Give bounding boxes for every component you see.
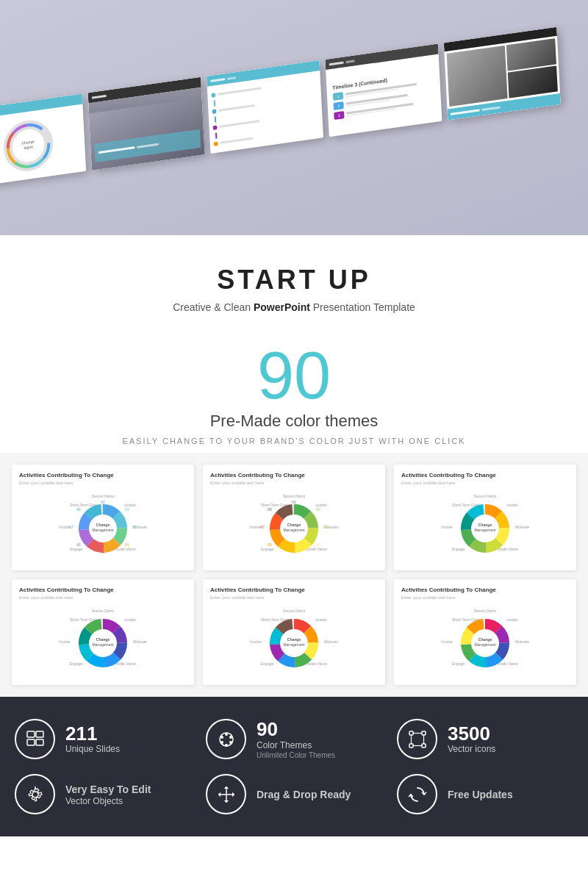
refresh-icon xyxy=(407,784,428,805)
card-2-title: Activities Contributing To Change xyxy=(210,472,378,478)
svg-text:Motivate: Motivate xyxy=(324,639,338,644)
svg-text:06: 06 xyxy=(76,542,81,547)
card-1-svg: Secure Demo sustain Motivate Provide Vis… xyxy=(55,492,151,562)
svg-rect-141 xyxy=(27,739,35,745)
svg-point-150 xyxy=(220,736,223,739)
svg-text:Engage: Engage xyxy=(70,547,82,551)
svg-text:Management: Management xyxy=(474,642,496,647)
tl-row-3 xyxy=(212,110,318,129)
svg-text:Involve: Involve xyxy=(441,525,453,529)
tl-connector-1 xyxy=(213,99,215,105)
number-section: 90 Pre-Made color themes EASILY CHANGE T… xyxy=(0,328,588,453)
template-card-4[interactable]: Activities Contributing To Change Enter … xyxy=(12,579,194,685)
svg-text:01: 01 xyxy=(292,500,296,504)
stat-item-edit: Very Easy To Edit Vector Objects xyxy=(15,774,191,814)
svg-text:Management: Management xyxy=(92,528,114,532)
svg-text:02: 02 xyxy=(125,507,129,512)
template-card-6[interactable]: Activities Contributing To Change Enter … xyxy=(394,579,576,685)
svg-text:Motivate: Motivate xyxy=(515,525,529,529)
tl-dot-2 xyxy=(212,108,216,113)
stat-item-slides: 211 Unique Slides xyxy=(15,719,191,759)
card-1-diagram: Secure Demo sustain Motivate Provide Vis… xyxy=(19,490,187,563)
card-2-svg: Secure Demo sustain Motivate Provide Vis… xyxy=(246,492,342,562)
slide-subtitle-bar-4 xyxy=(345,59,354,62)
card-4-svg: Secure Demo sustain Motivate Provide Vis… xyxy=(55,606,151,676)
svg-text:Secure Demo: Secure Demo xyxy=(92,609,115,613)
svg-text:03: 03 xyxy=(323,525,328,529)
svg-rect-142 xyxy=(36,731,43,737)
stats-section: 211 Unique Slides 90 Color Themes Unlimi… xyxy=(0,697,588,836)
svg-text:Change: Change xyxy=(287,637,301,642)
card-5-diagram: Secure Demo sustain Motivate Provide Vis… xyxy=(210,604,378,678)
stat-number-slides: 211 xyxy=(65,723,120,745)
tl-text-1 xyxy=(218,87,262,95)
template-card-2[interactable]: Activities Contributing To Change Enter … xyxy=(203,465,385,570)
svg-text:02: 02 xyxy=(316,507,320,512)
hero-slide-5 xyxy=(443,26,560,120)
svg-text:Change: Change xyxy=(478,637,492,642)
stat-item-drag: Drag & Drop Ready xyxy=(206,774,382,814)
svg-point-146 xyxy=(229,736,232,739)
svg-text:Change: Change xyxy=(96,637,110,642)
slides-grid: Activities Contributing To Change Enter … xyxy=(0,453,588,697)
hero-slide-2 xyxy=(87,76,204,170)
tl-connector-2 xyxy=(214,115,215,121)
tl-text-3 xyxy=(219,120,259,128)
template-card-1[interactable]: Activities Contributing To Change Enter … xyxy=(12,465,194,570)
slide-title-bar-4 xyxy=(329,61,343,65)
svg-text:sustain: sustain xyxy=(124,617,136,622)
card-3-diagram: Secure Demo sustain Motivate Provide Vis… xyxy=(401,490,569,563)
stat-item-colors: 90 Color Themes Unlimited Color Themes xyxy=(206,719,382,759)
svg-text:Management: Management xyxy=(92,642,114,647)
stat-label-icons: Vector icons xyxy=(448,744,495,756)
card-1-title: Activities Contributing To Change xyxy=(19,472,187,478)
svg-text:08: 08 xyxy=(268,507,272,512)
svg-text:Engage: Engage xyxy=(452,662,465,666)
svg-text:08: 08 xyxy=(76,507,81,512)
hero-slide-1: Change Mgmt xyxy=(0,93,86,187)
stat-item-updates: Free Updates xyxy=(397,774,573,814)
card-3-svg: Secure Demo sustain Motivate Provide Vis… xyxy=(437,492,533,562)
move-icon xyxy=(216,784,237,805)
card-6-diagram: Secure Demo sustain Motivate Provide Vis… xyxy=(401,604,569,678)
card-5-subtitle: Enter your subtitle text here xyxy=(210,595,378,600)
promises-img2 xyxy=(506,38,556,71)
vector-icon-circle xyxy=(397,719,437,759)
refresh-icon-circle xyxy=(397,774,437,814)
card-4-diagram: Secure Demo sustain Motivate Provide Vis… xyxy=(19,604,187,678)
svg-text:Engage: Engage xyxy=(261,547,273,551)
svg-text:Involve: Involve xyxy=(59,639,71,644)
move-icon-circle xyxy=(206,774,246,814)
svg-rect-140 xyxy=(27,731,35,737)
card-4-title: Activities Contributing To Change xyxy=(19,587,187,593)
svg-text:Management: Management xyxy=(283,642,305,647)
svg-text:Management: Management xyxy=(474,528,496,532)
stat-text-icons: 3500 Vector icons xyxy=(448,723,495,756)
promises-img3 xyxy=(507,65,557,98)
svg-text:Change: Change xyxy=(96,523,110,527)
subtitle-end: Presentation Template xyxy=(310,301,415,313)
stat-label-colors: Color Themes xyxy=(257,740,335,752)
promises-img-col xyxy=(506,38,557,98)
svg-text:04: 04 xyxy=(316,542,320,547)
stat-item-icons: 3500 Vector icons xyxy=(397,719,573,759)
svg-text:Involve: Involve xyxy=(250,639,262,644)
palette-icon xyxy=(216,729,237,750)
hero-slides-group: Change Mgmt xyxy=(0,0,588,235)
svg-text:Engage: Engage xyxy=(452,547,465,551)
template-card-3[interactable]: Activities Contributing To Change Enter … xyxy=(394,465,576,570)
template-card-5[interactable]: Activities Contributing To Change Enter … xyxy=(203,579,385,685)
hero-section: Change Mgmt xyxy=(0,0,588,235)
stat-sublabel-edit: Vector Objects xyxy=(65,796,151,806)
svg-text:03: 03 xyxy=(132,525,137,529)
palette-icon-circle xyxy=(206,719,246,759)
promises-text-2 xyxy=(481,106,500,110)
slide-subtitle-bar-3 xyxy=(227,76,236,79)
hero-slide-4: Timeline 3 (Continued) 1 2 xyxy=(325,43,442,137)
card-2-diagram: Secure Demo sustain Motivate Provide Vis… xyxy=(210,490,378,563)
stat-number-colors: 90 xyxy=(257,719,335,740)
card-1-subtitle: Enter your subtitle text here xyxy=(19,481,187,485)
svg-text:Secure Demo: Secure Demo xyxy=(283,609,306,613)
slide-title-bar-2 xyxy=(91,94,106,98)
slide-stack: Change Mgmt xyxy=(0,26,560,187)
